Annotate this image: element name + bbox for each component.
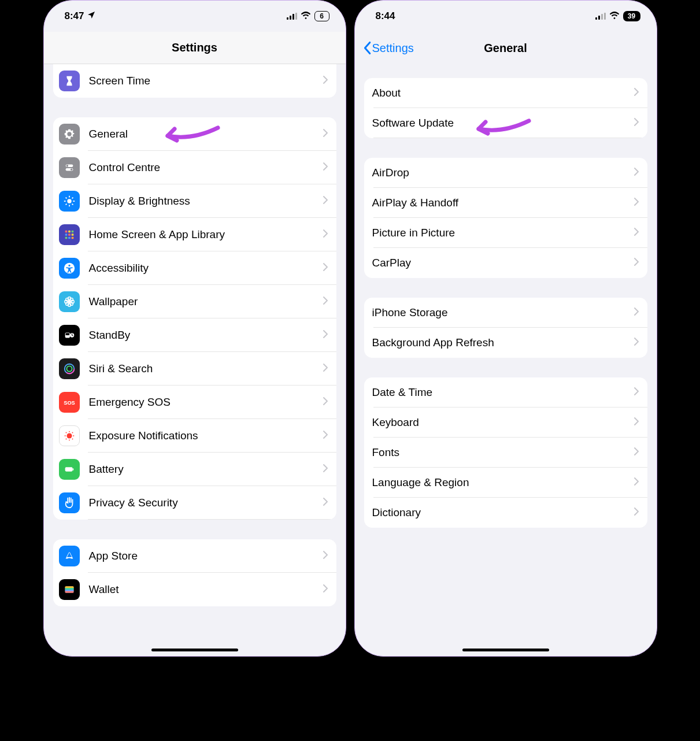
row-airdrop[interactable]: AirDrop	[364, 158, 647, 188]
status-time: 8:44	[376, 10, 395, 22]
chevron-right-icon	[634, 87, 639, 99]
general-group: AirDrop AirPlay & Handoff Picture in Pic…	[364, 158, 647, 278]
row-wallpaper[interactable]: Wallpaper	[53, 285, 336, 318]
chevron-right-icon	[323, 430, 328, 442]
nav-header: Settings	[44, 32, 346, 64]
chevron-right-icon	[323, 329, 328, 341]
row-label: Wallet	[89, 583, 323, 596]
appstore-icon	[59, 546, 80, 566]
row-label: Picture in Picture	[372, 227, 634, 239]
status-time: 8:47	[65, 10, 84, 22]
page-title: General	[484, 42, 527, 55]
row-about[interactable]: About	[364, 78, 647, 108]
sos-icon: SOS	[59, 392, 80, 413]
chevron-right-icon	[323, 229, 328, 240]
svg-point-43	[64, 435, 65, 436]
row-emergency-sos[interactable]: SOS Emergency SOS	[53, 386, 336, 419]
row-standby[interactable]: StandBy	[53, 318, 336, 352]
cellular-icon	[595, 13, 606, 20]
siri-icon	[59, 358, 80, 379]
chevron-right-icon	[634, 417, 639, 428]
sun-icon	[59, 191, 80, 212]
battery-icon	[59, 459, 80, 480]
svg-point-42	[69, 439, 70, 440]
svg-point-46	[72, 432, 73, 434]
row-accessibility[interactable]: Accessibility	[53, 251, 336, 285]
svg-text:SOS: SOS	[64, 400, 75, 406]
svg-point-44	[73, 435, 74, 436]
chevron-right-icon	[323, 262, 328, 274]
back-button[interactable]: Settings	[362, 41, 414, 55]
row-battery[interactable]: Battery	[53, 453, 336, 486]
row-label: Language & Region	[372, 476, 634, 489]
settings-group: App Store Wallet	[53, 539, 336, 606]
row-date-time[interactable]: Date & Time	[364, 377, 647, 407]
chevron-right-icon	[634, 307, 639, 318]
back-label: Settings	[372, 42, 414, 55]
row-label: Battery	[89, 463, 323, 476]
row-label: iPhone Storage	[372, 306, 634, 319]
apps-grid-icon	[59, 224, 80, 245]
row-label: Wallpaper	[89, 295, 323, 308]
home-indicator[interactable]	[462, 649, 549, 651]
row-dictionary[interactable]: Dictionary	[364, 498, 647, 528]
battery-icon: 39	[623, 11, 640, 21]
home-indicator[interactable]	[151, 649, 238, 651]
row-label: Privacy & Security	[89, 497, 323, 509]
cellular-icon	[287, 13, 297, 20]
chevron-right-icon	[634, 257, 639, 269]
row-app-store[interactable]: App Store	[53, 539, 336, 573]
row-wallet[interactable]: Wallet	[53, 573, 336, 606]
chevron-right-icon	[323, 296, 328, 307]
settings-scroll[interactable]: Screen Time General Control Centre Displ…	[44, 64, 346, 656]
svg-rect-49	[65, 467, 72, 471]
row-keyboard[interactable]: Keyboard	[364, 407, 647, 438]
row-iphone-storage[interactable]: iPhone Storage	[364, 298, 647, 328]
row-label: About	[372, 87, 634, 99]
phone-general: 8:44 39 Settings General About Software …	[354, 0, 657, 657]
row-language-region[interactable]: Language & Region	[364, 468, 647, 498]
row-fonts[interactable]: Fonts	[364, 438, 647, 468]
nav-header: Settings General	[355, 32, 657, 64]
general-scroll[interactable]: About Software Update AirDrop AirPlay & …	[355, 64, 657, 656]
row-label: Display & Brightness	[89, 195, 323, 208]
row-exposure-notifications[interactable]: Exposure Notifications	[53, 419, 336, 453]
chevron-right-icon	[634, 117, 639, 129]
row-label: Control Centre	[89, 161, 323, 174]
row-privacy-security[interactable]: Privacy & Security	[53, 486, 336, 520]
svg-rect-53	[65, 587, 73, 588]
exposure-icon	[59, 425, 80, 446]
row-airplay-handoff[interactable]: AirPlay & Handoff	[364, 188, 647, 218]
svg-rect-20	[68, 237, 71, 239]
row-label: Background App Refresh	[372, 336, 634, 349]
svg-rect-56	[65, 591, 73, 593]
chevron-right-icon	[323, 550, 328, 562]
row-control-centre[interactable]: Control Centre	[53, 151, 336, 184]
svg-point-40	[66, 433, 72, 438]
row-display-brightness[interactable]: Display & Brightness	[53, 184, 336, 218]
toggles-icon	[59, 157, 80, 178]
chevron-right-icon	[634, 447, 639, 458]
row-siri-search[interactable]: Siri & Search	[53, 352, 336, 386]
row-home-screen-app-library[interactable]: Home Screen & App Library	[53, 218, 336, 251]
chevron-right-icon	[634, 507, 639, 518]
general-group: iPhone Storage Background App Refresh	[364, 298, 647, 358]
general-group: Date & Time Keyboard Fonts Language & Re…	[364, 377, 647, 528]
row-general[interactable]: General	[53, 117, 336, 151]
row-label: Emergency SOS	[89, 396, 323, 409]
row-label: StandBy	[89, 329, 323, 342]
row-picture-in-picture[interactable]: Picture in Picture	[364, 218, 647, 248]
svg-rect-21	[71, 237, 73, 239]
chevron-right-icon	[323, 584, 328, 595]
svg-rect-34	[65, 333, 69, 335]
row-software-update[interactable]: Software Update	[364, 108, 647, 138]
row-label: Keyboard	[372, 416, 634, 429]
row-screen-time[interactable]: Screen Time	[53, 64, 336, 98]
settings-group: Screen Time	[53, 64, 336, 98]
svg-rect-16	[65, 234, 67, 236]
row-label: AirDrop	[372, 166, 634, 179]
svg-point-47	[65, 439, 66, 440]
row-label: Screen Time	[89, 75, 323, 87]
row-carplay[interactable]: CarPlay	[364, 248, 647, 278]
row-background-app-refresh[interactable]: Background App Refresh	[364, 328, 647, 358]
